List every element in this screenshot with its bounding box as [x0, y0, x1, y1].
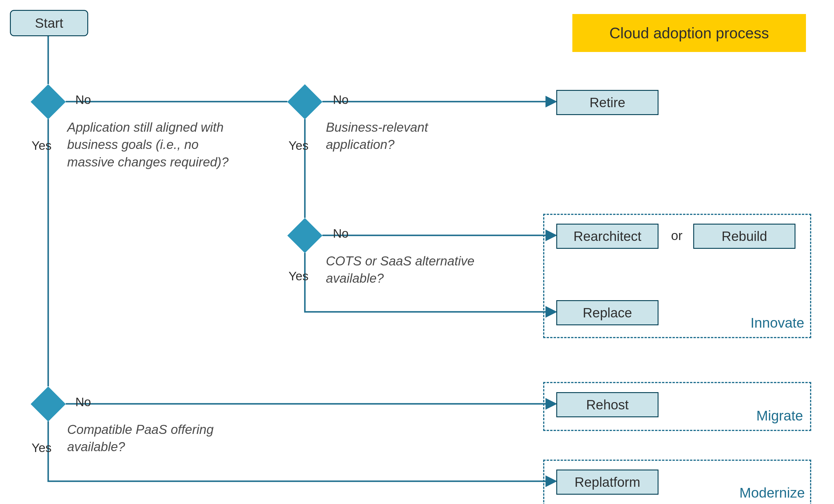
- innovate-label: Innovate: [750, 315, 804, 331]
- d4-question: Compatible PaaS offering available?: [67, 421, 231, 456]
- decision-d1-diamond: [31, 84, 66, 119]
- decision-d2-diamond: [287, 84, 322, 119]
- d2-yes-label: Yes: [288, 139, 309, 153]
- retire-node: Retire: [556, 90, 658, 115]
- svg-rect-10: [31, 387, 66, 422]
- d1-question: Application still aligned with business …: [67, 118, 248, 171]
- d1-yes-label: Yes: [31, 139, 52, 153]
- svg-rect-8: [287, 84, 322, 119]
- d4-yes-label: Yes: [31, 441, 52, 455]
- modernize-label: Modernize: [739, 485, 805, 501]
- migrate-label: Migrate: [756, 408, 803, 424]
- d3-question: COTS or SaaS alternative available?: [326, 252, 489, 287]
- svg-rect-7: [31, 84, 66, 119]
- d1-no-label: No: [75, 93, 91, 107]
- svg-rect-9: [287, 218, 322, 253]
- d2-question: Business-relevant application?: [326, 118, 466, 153]
- d2-no-label: No: [333, 93, 349, 107]
- diagram-title: Cloud adoption process: [572, 14, 806, 52]
- decision-d3-diamond: [287, 218, 322, 253]
- d3-yes-label: Yes: [288, 269, 309, 283]
- d3-no-label: No: [333, 226, 349, 241]
- decision-d4-diamond: [31, 387, 66, 422]
- d4-no-label: No: [75, 395, 91, 409]
- start-node: Start: [10, 10, 88, 36]
